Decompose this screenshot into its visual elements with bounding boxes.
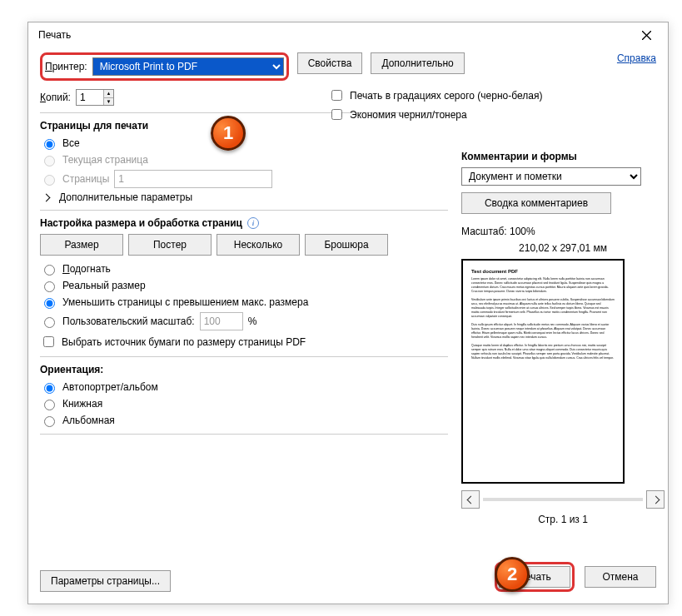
- orient-portrait-radio[interactable]: Книжная: [40, 397, 448, 410]
- page-preview: Test document PDF Lorem ipsum dolor sit …: [461, 259, 625, 484]
- orient-auto-radio[interactable]: Автопортрет/альбом: [40, 380, 448, 394]
- pages-more-toggle[interactable]: Дополнительные параметры: [43, 191, 448, 203]
- size-button[interactable]: Размер: [40, 234, 123, 256]
- close-icon[interactable]: [631, 24, 661, 46]
- multiple-button[interactable]: Несколько: [217, 234, 300, 256]
- chevron-right-icon: [651, 495, 660, 504]
- print-dialog: Печать Принтер: Microsoft Print to PDF С…: [27, 22, 669, 604]
- comments-section-title: Комментарии и формы: [461, 151, 665, 162]
- custom-scale-input[interactable]: [200, 312, 243, 330]
- scale-label: Масштаб: 100%: [461, 226, 665, 237]
- advanced-button[interactable]: Дополнительно: [371, 52, 464, 74]
- sizing-section-title: Настройка размера и обработка страниц: [40, 217, 242, 229]
- page-slider[interactable]: [483, 498, 643, 501]
- orientation-title: Ориентация:: [40, 364, 448, 375]
- custom-scale-radio[interactable]: Пользовательский масштаб:: [40, 315, 195, 328]
- next-page-button[interactable]: [646, 490, 665, 509]
- titlebar: Печать: [28, 22, 668, 47]
- cancel-button[interactable]: Отмена: [585, 566, 656, 588]
- info-icon[interactable]: i: [247, 217, 259, 229]
- shrink-radio[interactable]: Уменьшить страницы с превышением макс. р…: [40, 296, 448, 309]
- actual-radio[interactable]: Реальный размер: [40, 279, 448, 292]
- page-setup-button[interactable]: Параметры страницы...: [40, 570, 171, 592]
- comments-summary-button[interactable]: Сводка комментариев: [461, 192, 611, 214]
- window-title: Печать: [38, 29, 631, 41]
- poster-button[interactable]: Постер: [128, 234, 212, 256]
- percent-label: %: [248, 315, 257, 327]
- spin-down-icon[interactable]: ▼: [103, 98, 113, 106]
- page-indicator: Стр. 1 из 1: [461, 514, 665, 525]
- comments-select[interactable]: Документ и пометки: [461, 167, 641, 186]
- prev-page-button[interactable]: [461, 490, 480, 509]
- chevron-left-icon: [466, 495, 475, 504]
- spin-up-icon[interactable]: ▲: [103, 90, 113, 98]
- orient-landscape-radio[interactable]: Альбомная: [40, 414, 448, 427]
- pages-range-radio[interactable]: Страницы: [40, 172, 109, 186]
- printer-label: Принтер:: [45, 61, 87, 72]
- fit-radio[interactable]: Подогнать: [40, 262, 448, 276]
- properties-button[interactable]: Свойства: [297, 52, 363, 74]
- copies-label: Копий:: [40, 92, 71, 103]
- copies-stepper[interactable]: ▲▼: [76, 89, 114, 106]
- ink-economy-checkbox[interactable]: Экономия чернил/тонера: [328, 107, 542, 122]
- help-link[interactable]: Справка: [617, 52, 656, 64]
- paper-source-checkbox[interactable]: Выбрать источник бумаги по размеру стран…: [40, 334, 448, 350]
- printer-select[interactable]: Microsoft Print to PDF: [92, 57, 284, 76]
- grayscale-checkbox[interactable]: Печать в градациях серого (черно-белая): [328, 87, 542, 103]
- annotation-badge-1: 1: [211, 116, 246, 151]
- caret-right-icon: [42, 193, 51, 201]
- pages-current-radio[interactable]: Текущая страница: [40, 153, 448, 166]
- pages-range-input[interactable]: [114, 170, 272, 188]
- annotation-badge-2: 2: [495, 557, 530, 592]
- booklet-button[interactable]: Брошюра: [305, 234, 388, 256]
- page-dimensions: 210,02 x 297,01 мм: [461, 242, 665, 254]
